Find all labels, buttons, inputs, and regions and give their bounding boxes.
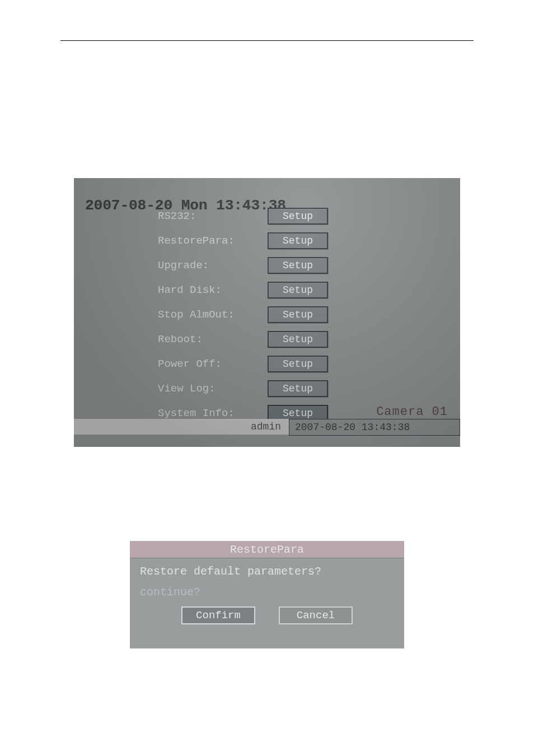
setup-button-upgrade[interactable]: Setup [268,257,328,274]
header-divider [60,40,474,41]
setup-button-stopalmout[interactable]: Setup [268,306,328,323]
setup-button-restorepara[interactable]: Setup [268,232,328,249]
restore-confirm-dialog: RestorePara Restore default parameters? … [130,541,404,648]
setup-button-viewlog[interactable]: Setup [268,380,328,397]
label-upgrade: Upgrade: [158,259,268,272]
camera-osd-label: Camera 01 [376,405,448,419]
row-upgrade: Upgrade: Setup [158,253,443,278]
cancel-button[interactable]: Cancel [279,606,353,624]
status-bar: admin 2007-08-20 13:43:38 [74,419,460,435]
setup-button-rs232[interactable]: Setup [268,208,328,225]
setup-button-reboot[interactable]: Setup [268,331,328,348]
setup-button-poweroff[interactable]: Setup [268,356,328,372]
setup-button-harddisk[interactable]: Setup [268,282,328,298]
status-time: 2007-08-20 13:43:38 [289,419,460,436]
dialog-line2: continue? [140,586,394,599]
utilities-menu-screenshot: 2007-08-20 Mon 13:43:38 RS232: Setup Res… [74,178,460,447]
dialog-title: RestorePara [130,541,404,558]
menu-rows: RS232: Setup RestorePara: Setup Upgrade:… [158,204,443,426]
label-stopalmout: Stop AlmOut: [158,309,268,321]
document-page: 2007-08-20 Mon 13:43:38 RS232: Setup Res… [0,0,534,756]
dialog-body: Restore default parameters? continue? Co… [130,558,404,631]
decorative-dashline [77,442,223,444]
row-poweroff: Power Off: Setup [158,352,443,376]
label-restorepara: RestorePara: [158,235,268,247]
label-systeminfo: System Info: [158,407,268,419]
row-reboot: Reboot: Setup [158,327,443,352]
label-rs232: RS232: [158,210,268,222]
status-user: admin [74,419,289,435]
confirm-button[interactable]: Confirm [181,606,255,624]
row-stopalmout: Stop AlmOut: Setup [158,302,443,327]
row-viewlog: View Log: Setup [158,376,443,401]
row-harddisk: Hard Disk: Setup [158,278,443,302]
label-reboot: Reboot: [158,333,268,346]
label-viewlog: View Log: [158,382,268,395]
label-harddisk: Hard Disk: [158,284,268,296]
label-poweroff: Power Off: [158,358,268,370]
row-restorepara: RestorePara: Setup [158,228,443,253]
row-rs232: RS232: Setup [158,204,443,228]
dialog-line1: Restore default parameters? [140,565,394,578]
dialog-buttons: Confirm Cancel [140,606,394,624]
